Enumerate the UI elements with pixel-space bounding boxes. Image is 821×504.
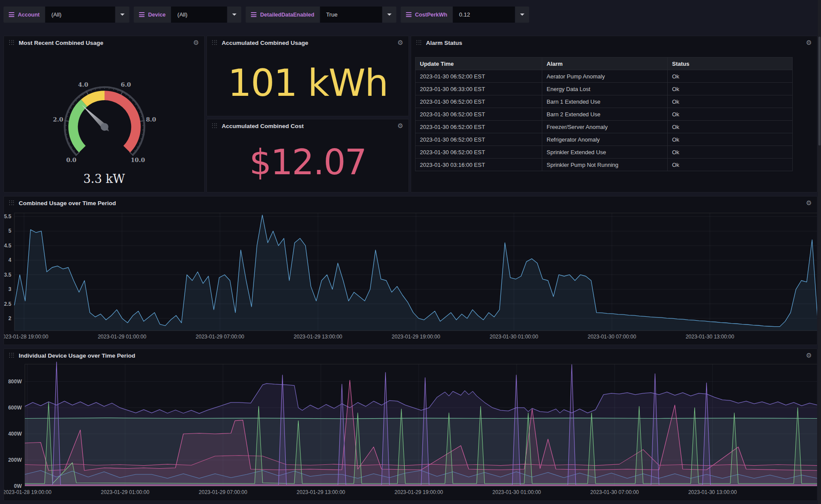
filter-dropdown-button[interactable] (115, 7, 129, 23)
table-cell: Energy Data Lost (542, 83, 668, 95)
drag-handle-icon[interactable] (212, 40, 218, 46)
filter-device: Device(All) (134, 7, 241, 23)
dashboard-filter-bar: Account(All)Device(All)DetailedDataEnabl… (3, 7, 529, 23)
filter-dropdown-button[interactable] (382, 7, 396, 23)
filter-label-text: Device (148, 12, 166, 18)
scrollbar-thumb[interactable] (818, 37, 821, 145)
svg-text:0W: 0W (14, 483, 22, 489)
table-header-row: Update TimeAlarmStatus (416, 58, 793, 70)
svg-text:5: 5 (8, 228, 11, 234)
table-row: 2023-01-30 06:33:00 ESTEnergy Data LostO… (416, 83, 793, 95)
column-header-alarm[interactable]: Alarm (542, 58, 668, 70)
table-cell: 2023-01-30 06:52:00 EST (416, 70, 542, 83)
table-cell: Sprinkler Pump Not Running (542, 159, 668, 171)
chevron-down-icon (120, 14, 125, 16)
filter-dropdown-button[interactable] (227, 7, 241, 23)
panel-accumulated-combined-cost: Accumulated Combined Cost ⚙ $12.07 (206, 119, 409, 193)
filter-costperkwh: CostPerkWh0.12 (401, 7, 529, 23)
usage-gauge: 0.02.04.06.08.010.0 (46, 76, 163, 169)
svg-text:2023-01-28 19:00:00: 2023-01-28 19:00:00 (4, 489, 51, 495)
filter-dropdown-button[interactable] (515, 7, 529, 23)
panel-title: Accumulated Combined Usage (222, 40, 308, 46)
table-cell: Barn 2 Extended Use (542, 108, 668, 121)
individual-device-usage-timeseries[interactable]: 0W200W400W600W800W2023-01-28 19:00:00202… (4, 349, 817, 501)
grafana-dashboard: Account(All)Device(All)DetailedDataEnabl… (0, 0, 821, 504)
svg-text:2023-01-30 13:00:00: 2023-01-30 13:00:00 (688, 489, 737, 495)
svg-text:3: 3 (8, 286, 11, 292)
accumulated-usage-value: 101 kWh (207, 49, 409, 116)
gear-icon[interactable]: ⚙ (398, 122, 403, 130)
menu-icon (139, 12, 145, 17)
filter-label-text: Account (18, 12, 40, 18)
table-cell: Ok (668, 121, 793, 133)
panel-accumulated-combined-usage: Accumulated Combined Usage ⚙ 101 kWh (206, 36, 409, 116)
menu-icon (406, 12, 412, 17)
svg-text:2023-01-29 13:00:00: 2023-01-29 13:00:00 (294, 334, 342, 340)
table-cell: 2023-01-30 06:52:00 EST (416, 133, 542, 146)
table-cell: 2023-01-30 06:52:00 EST (416, 146, 542, 159)
table-cell: Refrigerator Anomaly (542, 133, 668, 146)
svg-text:2023-01-30 07:00:00: 2023-01-30 07:00:00 (590, 489, 639, 495)
svg-text:200W: 200W (8, 457, 22, 463)
table-cell: Ok (668, 146, 793, 159)
svg-text:600W: 600W (8, 405, 22, 411)
menu-icon (251, 12, 257, 17)
panel-header: Accumulated Combined Cost ⚙ (207, 119, 409, 132)
svg-text:2023-01-30 01:00:00: 2023-01-30 01:00:00 (493, 489, 541, 495)
svg-text:800W: 800W (8, 379, 22, 385)
svg-text:2023-01-29 01:00:00: 2023-01-29 01:00:00 (101, 489, 150, 495)
gauge-value: 3.3 kW (4, 172, 204, 186)
svg-text:2023-01-29 19:00:00: 2023-01-29 19:00:00 (395, 489, 443, 495)
table-cell: Ok (668, 83, 793, 95)
svg-text:2.0: 2.0 (53, 116, 64, 123)
table-cell: Sprinkler Extended Use (542, 146, 668, 159)
table-cell: Barn 1 Extended Use (542, 95, 668, 108)
table-row: 2023-01-30 06:52:00 ESTFreezer/Server An… (416, 121, 793, 133)
chevron-down-icon (520, 14, 524, 16)
svg-text:0.0: 0.0 (66, 156, 77, 163)
table-row: 2023-01-30 06:52:00 ESTAerator Pump Anom… (416, 70, 793, 83)
table-cell: 2023-01-30 06:52:00 EST (416, 95, 542, 108)
filter-value-input[interactable]: (All) (171, 7, 227, 23)
panel-individual-device-usage-chart: Individual Device Usage over Time Period… (3, 348, 818, 501)
filter-label: Device (134, 7, 171, 23)
gear-icon[interactable]: ⚙ (398, 39, 403, 47)
table-row: 2023-01-30 06:52:00 ESTBarn 1 Extended U… (416, 95, 793, 108)
column-header-status[interactable]: Status (668, 58, 793, 70)
filter-account: Account(All) (3, 7, 129, 23)
combined-usage-timeseries[interactable]: 22.533.544.555.52023-01-28 19:00:002023-… (4, 196, 817, 345)
filter-label-text: CostPerkWh (415, 12, 447, 18)
svg-text:4: 4 (8, 257, 11, 263)
table-row: 2023-01-30 06:52:00 ESTRefrigerator Anom… (416, 133, 793, 146)
filter-value-input[interactable]: 0.12 (453, 7, 515, 23)
table-cell: 2023-01-30 06:52:00 EST (416, 121, 542, 133)
gear-icon[interactable]: ⚙ (806, 39, 812, 47)
filter-label: Account (3, 7, 45, 23)
svg-text:2023-01-29 07:00:00: 2023-01-29 07:00:00 (196, 334, 244, 340)
svg-text:2023-01-28 19:00:00: 2023-01-28 19:00:00 (4, 334, 48, 340)
panel-header: Accumulated Combined Usage ⚙ (207, 36, 409, 49)
chevron-down-icon (387, 14, 392, 16)
alarm-status-table: Update TimeAlarmStatus 2023-01-30 06:52:… (415, 57, 793, 171)
drag-handle-icon[interactable] (9, 40, 15, 46)
table-cell: 2023-01-30 06:52:00 EST (416, 108, 542, 121)
svg-text:6.0: 6.0 (121, 81, 131, 88)
panel-alarm-status: Alarm Status ⚙ Update TimeAlarmStatus 20… (411, 36, 818, 193)
gear-icon[interactable]: ⚙ (193, 39, 199, 47)
table-cell: Ok (668, 70, 793, 83)
svg-text:5.5: 5.5 (4, 213, 11, 220)
panel-title: Accumulated Combined Cost (222, 123, 304, 129)
drag-handle-icon[interactable] (212, 123, 218, 129)
svg-text:2023-01-29 01:00:00: 2023-01-29 01:00:00 (98, 334, 146, 340)
filter-value-input[interactable]: True (320, 7, 382, 23)
scrollbar-track[interactable] (818, 0, 821, 504)
column-header-update-time[interactable]: Update Time (416, 58, 542, 70)
table-cell: Ok (668, 159, 793, 171)
svg-text:2: 2 (8, 315, 11, 321)
table-row: 2023-01-30 06:52:00 ESTBarn 2 Extended U… (416, 108, 793, 121)
svg-text:2023-01-30 01:00:00: 2023-01-30 01:00:00 (490, 334, 538, 340)
drag-handle-icon[interactable] (416, 40, 422, 46)
filter-value-input[interactable]: (All) (45, 7, 115, 23)
table-cell: Ok (668, 95, 793, 108)
table-cell: 2023-01-30 03:16:00 EST (416, 159, 542, 171)
